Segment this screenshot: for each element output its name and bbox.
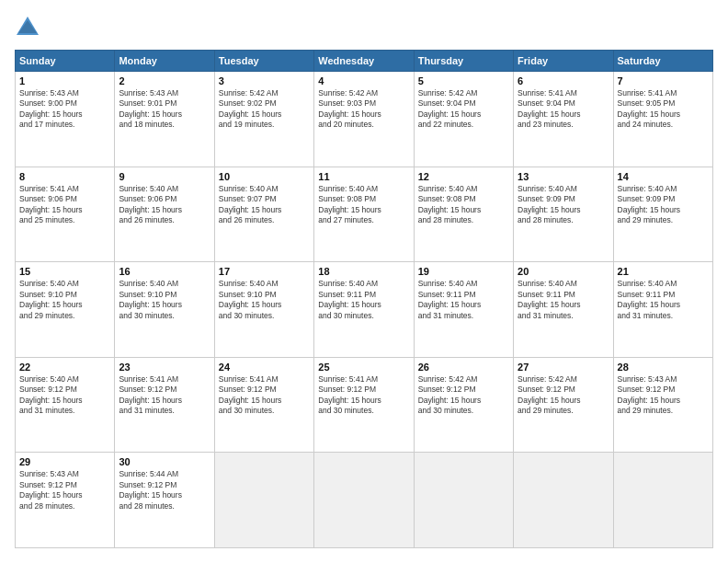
day-info: Sunrise: 5:43 AM Sunset: 9:01 PM Dayligh… [119,88,210,131]
day-number: 9 [119,171,210,182]
day-number: 12 [418,171,509,182]
day-info: Sunrise: 5:43 AM Sunset: 9:12 PM Dayligh… [618,374,709,417]
calendar-cell: 21Sunrise: 5:40 AM Sunset: 9:11 PM Dayli… [613,262,712,358]
calendar-cell: 12Sunrise: 5:40 AM Sunset: 9:08 PM Dayli… [414,167,513,262]
day-number: 23 [119,362,210,373]
weekday-wednesday: Wednesday [314,51,414,72]
day-info: Sunrise: 5:41 AM Sunset: 9:04 PM Dayligh… [518,88,609,131]
day-info: Sunrise: 5:43 AM Sunset: 9:12 PM Dayligh… [19,469,110,511]
day-number: 10 [219,171,310,182]
calendar-table: SundayMondayTuesdayWednesdayThursdayFrid… [15,50,713,548]
weekday-sunday: Sunday [16,51,115,72]
day-info: Sunrise: 5:41 AM Sunset: 9:12 PM Dayligh… [219,374,310,417]
week-row-5: 29Sunrise: 5:43 AM Sunset: 9:12 PM Dayli… [16,453,713,548]
calendar-cell: 5Sunrise: 5:42 AM Sunset: 9:04 PM Daylig… [414,72,513,167]
calendar-cell: 9Sunrise: 5:40 AM Sunset: 9:06 PM Daylig… [115,167,214,262]
calendar-cell: 3Sunrise: 5:42 AM Sunset: 9:02 PM Daylig… [214,72,313,167]
day-info: Sunrise: 5:40 AM Sunset: 9:11 PM Dayligh… [318,279,409,321]
weekday-friday: Friday [514,51,613,72]
calendar-cell: 2Sunrise: 5:43 AM Sunset: 9:01 PM Daylig… [115,72,214,167]
calendar-cell: 26Sunrise: 5:42 AM Sunset: 9:12 PM Dayli… [414,357,513,453]
calendar-cell: 16Sunrise: 5:40 AM Sunset: 9:10 PM Dayli… [115,262,214,358]
day-info: Sunrise: 5:40 AM Sunset: 9:06 PM Dayligh… [119,184,210,226]
day-number: 7 [618,75,709,86]
day-number: 21 [618,266,709,277]
day-number: 25 [318,362,409,373]
day-number: 14 [618,171,709,182]
day-info: Sunrise: 5:42 AM Sunset: 9:02 PM Dayligh… [219,88,310,131]
day-number: 27 [518,362,609,373]
day-number: 18 [318,266,409,277]
day-number: 3 [219,75,310,86]
day-info: Sunrise: 5:41 AM Sunset: 9:12 PM Dayligh… [119,374,210,417]
weekday-monday: Monday [115,51,214,72]
day-info: Sunrise: 5:40 AM Sunset: 9:08 PM Dayligh… [418,184,509,226]
day-number: 22 [19,362,110,373]
calendar-cell: 18Sunrise: 5:40 AM Sunset: 9:11 PM Dayli… [314,262,414,358]
calendar-cell: 15Sunrise: 5:40 AM Sunset: 9:10 PM Dayli… [16,262,115,358]
week-row-2: 8Sunrise: 5:41 AM Sunset: 9:06 PM Daylig… [16,167,713,262]
day-info: Sunrise: 5:40 AM Sunset: 9:11 PM Dayligh… [618,279,709,321]
calendar-cell [514,453,613,548]
calendar-cell: 30Sunrise: 5:44 AM Sunset: 9:12 PM Dayli… [115,453,214,548]
calendar-cell: 27Sunrise: 5:42 AM Sunset: 9:12 PM Dayli… [514,357,613,453]
calendar-cell: 6Sunrise: 5:41 AM Sunset: 9:04 PM Daylig… [514,72,613,167]
day-number: 19 [418,266,509,277]
calendar-cell: 25Sunrise: 5:41 AM Sunset: 9:12 PM Dayli… [314,357,414,453]
day-number: 30 [119,456,210,467]
day-info: Sunrise: 5:40 AM Sunset: 9:10 PM Dayligh… [119,279,210,321]
week-row-1: 1Sunrise: 5:43 AM Sunset: 9:00 PM Daylig… [16,72,713,167]
day-number: 2 [119,75,210,86]
day-number: 4 [318,75,409,86]
day-info: Sunrise: 5:40 AM Sunset: 9:11 PM Dayligh… [418,279,509,321]
svg-marker-1 [18,20,37,33]
page: SundayMondayTuesdayWednesdayThursdayFrid… [0,0,728,563]
calendar-cell: 4Sunrise: 5:42 AM Sunset: 9:03 PM Daylig… [314,72,414,167]
day-info: Sunrise: 5:42 AM Sunset: 9:03 PM Dayligh… [318,88,409,131]
day-number: 20 [518,266,609,277]
calendar-cell: 11Sunrise: 5:40 AM Sunset: 9:08 PM Dayli… [314,167,414,262]
weekday-header-row: SundayMondayTuesdayWednesdayThursdayFrid… [16,51,713,72]
calendar-cell: 1Sunrise: 5:43 AM Sunset: 9:00 PM Daylig… [16,72,115,167]
logo-icon [15,15,40,40]
weekday-thursday: Thursday [414,51,513,72]
day-info: Sunrise: 5:40 AM Sunset: 9:11 PM Dayligh… [518,279,609,321]
calendar-cell: 14Sunrise: 5:40 AM Sunset: 9:09 PM Dayli… [613,167,712,262]
calendar-cell: 13Sunrise: 5:40 AM Sunset: 9:09 PM Dayli… [514,167,613,262]
calendar-cell [414,453,513,548]
calendar-cell: 10Sunrise: 5:40 AM Sunset: 9:07 PM Dayli… [214,167,313,262]
day-info: Sunrise: 5:42 AM Sunset: 9:12 PM Dayligh… [418,374,509,417]
day-number: 8 [19,171,110,182]
calendar-cell: 29Sunrise: 5:43 AM Sunset: 9:12 PM Dayli… [16,453,115,548]
calendar-cell [613,453,712,548]
day-info: Sunrise: 5:40 AM Sunset: 9:10 PM Dayligh… [219,279,310,321]
week-row-3: 15Sunrise: 5:40 AM Sunset: 9:10 PM Dayli… [16,262,713,358]
day-info: Sunrise: 5:40 AM Sunset: 9:08 PM Dayligh… [318,184,409,226]
calendar-cell: 24Sunrise: 5:41 AM Sunset: 9:12 PM Dayli… [214,357,313,453]
day-info: Sunrise: 5:40 AM Sunset: 9:12 PM Dayligh… [19,374,110,417]
week-row-4: 22Sunrise: 5:40 AM Sunset: 9:12 PM Dayli… [16,357,713,453]
day-number: 11 [318,171,409,182]
day-number: 17 [219,266,310,277]
calendar-cell: 28Sunrise: 5:43 AM Sunset: 9:12 PM Dayli… [613,357,712,453]
day-number: 15 [19,266,110,277]
calendar-cell: 19Sunrise: 5:40 AM Sunset: 9:11 PM Dayli… [414,262,513,358]
calendar-cell: 22Sunrise: 5:40 AM Sunset: 9:12 PM Dayli… [16,357,115,453]
day-info: Sunrise: 5:44 AM Sunset: 9:12 PM Dayligh… [119,469,210,511]
day-number: 1 [19,75,110,86]
day-info: Sunrise: 5:40 AM Sunset: 9:09 PM Dayligh… [618,184,709,226]
weekday-saturday: Saturday [613,51,712,72]
calendar-cell [314,453,414,548]
day-info: Sunrise: 5:41 AM Sunset: 9:12 PM Dayligh… [318,374,409,417]
day-info: Sunrise: 5:40 AM Sunset: 9:07 PM Dayligh… [219,184,310,226]
day-info: Sunrise: 5:40 AM Sunset: 9:10 PM Dayligh… [19,279,110,321]
logo [15,15,44,40]
day-number: 6 [518,75,609,86]
calendar-cell: 20Sunrise: 5:40 AM Sunset: 9:11 PM Dayli… [514,262,613,358]
day-number: 29 [19,456,110,467]
day-number: 16 [119,266,210,277]
day-info: Sunrise: 5:43 AM Sunset: 9:00 PM Dayligh… [19,88,110,131]
header [15,15,713,40]
day-number: 26 [418,362,509,373]
calendar-cell: 7Sunrise: 5:41 AM Sunset: 9:05 PM Daylig… [613,72,712,167]
